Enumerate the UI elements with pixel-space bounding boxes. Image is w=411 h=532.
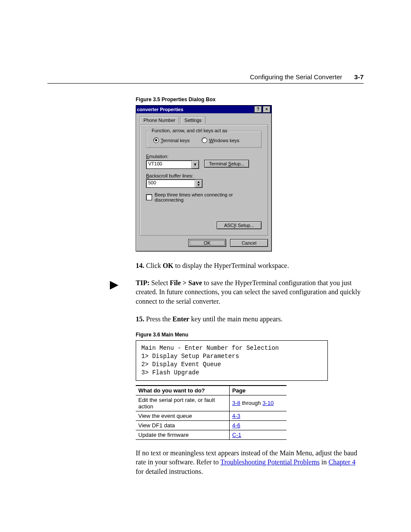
- ascii-setup-label: ASCII Setup...: [224, 223, 254, 228]
- backscroll-value: 500: [146, 180, 195, 187]
- closing-paragraph: If no text or meaningless text appears i…: [136, 448, 364, 476]
- figure-3-6-caption: Figure 3.6 Main Menu: [136, 332, 364, 338]
- tab-phone-number[interactable]: Phone Number: [140, 116, 179, 124]
- dialog-body: Phone Number Settings Function, arrow, a…: [136, 113, 271, 251]
- reference-table: What do you want to do? Page Edit the se…: [136, 385, 286, 440]
- cell-page: C-1: [230, 430, 287, 439]
- properties-dialog: converter Properties ? × Phone Number Se…: [136, 105, 272, 252]
- cell-page: 4-3: [230, 411, 287, 420]
- terminal-setup-label: Terminal Setup...: [209, 161, 245, 166]
- table-row: Update the firmware C-1: [136, 430, 286, 439]
- terminal-output: Main Menu - Enter Number for Selection 1…: [136, 340, 328, 381]
- running-header: Configuring the Serial Converter 3-7: [47, 73, 364, 84]
- col-page: Page: [230, 386, 287, 395]
- dialog-footer: OK Cancel: [140, 239, 268, 247]
- step-15: 15. Press the Enter key until the main m…: [136, 314, 364, 324]
- cell-task: View DF1 data: [136, 420, 230, 430]
- ascii-setup-button[interactable]: ASCII Setup...: [217, 221, 262, 229]
- emulation-label: Emulation:: [146, 154, 262, 159]
- spinner-buttons[interactable]: ▲▼: [195, 180, 202, 187]
- keys-groupbox: Function, arrow, and ctrl keys act as Te…: [146, 131, 262, 148]
- beep-label: Beep three times when connecting or disc…: [155, 192, 262, 202]
- help-button[interactable]: ?: [254, 106, 262, 113]
- running-title: Configuring the Serial Converter: [250, 73, 342, 81]
- link-3-10[interactable]: 3-10: [262, 400, 274, 406]
- link-troubleshooting[interactable]: Troubleshooting Potential Problems: [221, 458, 320, 466]
- table-row: View DF1 data 4-6: [136, 420, 286, 430]
- chevron-down-icon[interactable]: ▼: [197, 184, 200, 187]
- tip-block: ▶ TIP: Select File > Save to save the Hy…: [110, 278, 364, 306]
- tab-settings[interactable]: Settings: [181, 116, 206, 124]
- radio-windows-label: Windows keys: [209, 138, 239, 143]
- chevron-down-icon[interactable]: ▼: [191, 161, 199, 168]
- dialog-title: converter Properties: [137, 107, 184, 112]
- checkbox-icon: [146, 194, 152, 200]
- link-4-6[interactable]: 4-6: [232, 422, 240, 429]
- table-header-row: What do you want to do? Page: [136, 386, 286, 395]
- dialog-titlebar: converter Properties ? ×: [136, 106, 271, 113]
- radio-windows-keys[interactable]: Windows keys: [202, 137, 239, 143]
- radio-dot-icon: [202, 137, 207, 143]
- radio-dot-icon: [153, 137, 159, 143]
- tab-strip: Phone Number Settings: [140, 116, 268, 124]
- cell-task: View the event queue: [136, 411, 230, 420]
- beep-checkbox[interactable]: Beep three times when connecting or disc…: [146, 192, 262, 202]
- step-14: 14. Click OK to display the HyperTermina…: [136, 261, 364, 271]
- keys-legend: Function, arrow, and ctrl keys act as: [150, 128, 229, 133]
- content-column: Figure 3.5 Properties Dialog Box convert…: [136, 96, 364, 476]
- backscroll-row: Backscroll buffer lines: 500 ▲▼: [146, 173, 262, 188]
- cell-task: Update the firmware: [136, 430, 230, 439]
- radio-terminal-label: Terminal keys: [161, 138, 190, 143]
- table-row: View the event queue 4-3: [136, 411, 286, 420]
- cell-page: 3-8 through 3-10: [230, 395, 287, 411]
- tip-arrow-icon: ▶: [110, 278, 136, 290]
- link-3-8[interactable]: 3-8: [232, 400, 240, 406]
- terminal-setup-button[interactable]: Terminal Setup...: [204, 160, 249, 168]
- link-4-3[interactable]: 4-3: [232, 413, 240, 419]
- page-number: 3-7: [354, 73, 364, 81]
- backscroll-spinner[interactable]: 500 ▲▼: [146, 179, 202, 188]
- radio-terminal-keys[interactable]: Terminal keys: [153, 137, 190, 143]
- cell-task: Edit the serial port rate, or fault acti…: [136, 395, 230, 411]
- link-chapter-4[interactable]: Chapter 4: [329, 458, 356, 466]
- settings-panel: Function, arrow, and ctrl keys act as Te…: [140, 124, 268, 236]
- figure-3-5-caption: Figure 3.5 Properties Dialog Box: [136, 96, 364, 103]
- tip-text: TIP: Select File > Save to save the Hype…: [136, 278, 364, 306]
- backscroll-label: Backscroll buffer lines:: [146, 173, 262, 178]
- page: Configuring the Serial Converter 3-7 Fig…: [0, 0, 411, 509]
- ok-button[interactable]: OK: [188, 239, 226, 247]
- close-button[interactable]: ×: [263, 106, 271, 113]
- emulation-row: Emulation: VT100 ▼ Terminal Setup...: [146, 154, 262, 169]
- emulation-value: VT100: [146, 161, 191, 168]
- cancel-button[interactable]: Cancel: [230, 239, 268, 247]
- table-row: Edit the serial port rate, or fault acti…: [136, 395, 286, 411]
- col-what: What do you want to do?: [136, 386, 230, 395]
- emulation-combo[interactable]: VT100 ▼: [146, 160, 199, 169]
- cell-page: 4-6: [230, 420, 287, 430]
- link-c-1[interactable]: C-1: [232, 432, 241, 438]
